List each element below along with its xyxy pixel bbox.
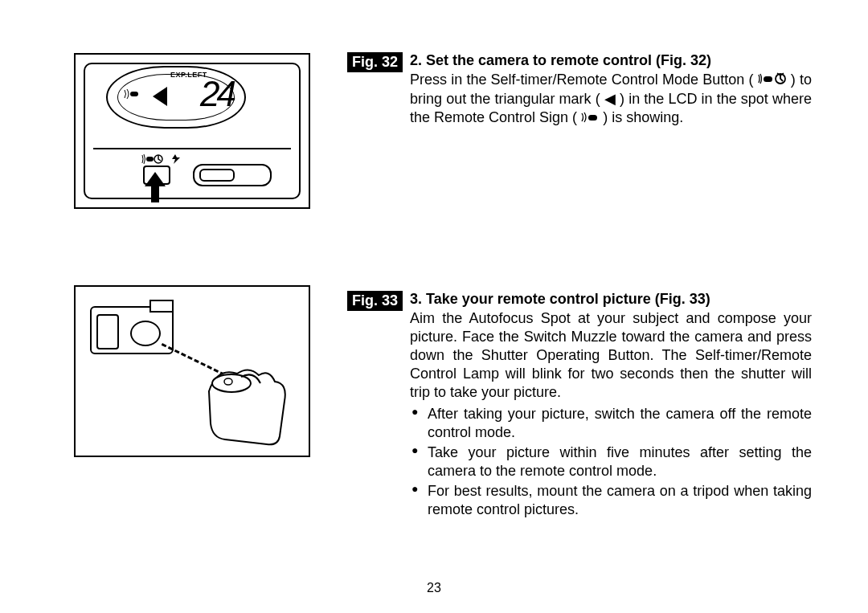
svg-rect-5 bbox=[588, 115, 597, 121]
step-3-text-block: 3. Take your remote control picture (Fig… bbox=[410, 291, 812, 521]
step-3-body: Aim the Autofocus Spot at your subject a… bbox=[410, 309, 812, 402]
remote-sign-icon bbox=[581, 109, 599, 128]
figure-33-label: Fig. 33 bbox=[347, 291, 403, 311]
step-2-text-block: 2. Set the camera to remote control (Fig… bbox=[410, 52, 812, 128]
page-number: 23 bbox=[0, 581, 868, 595]
hand-remote-icon bbox=[201, 359, 297, 447]
step-2-title: 2. Set the camera to remote control (Fig… bbox=[410, 52, 812, 69]
list-item: Take your picture within five minutes af… bbox=[410, 443, 812, 480]
remote-timer-icon bbox=[758, 72, 787, 90]
step-2-body-part3: ) is showing. bbox=[603, 109, 683, 125]
svg-rect-1 bbox=[146, 157, 154, 161]
figure-32-label: Fig. 32 bbox=[347, 52, 403, 72]
camera-icon bbox=[90, 306, 174, 354]
step-2-body-part1: Press in the Self-timer/Remote Control M… bbox=[410, 72, 753, 88]
list-item: After taking your picture, switch the ca… bbox=[410, 405, 812, 442]
step-3-title: 3. Take your remote control picture (Fig… bbox=[410, 291, 812, 308]
step-2-body: Press in the Self-timer/Remote Control M… bbox=[410, 71, 812, 128]
list-item: For best results, mount the camera on a … bbox=[410, 482, 812, 519]
lcd-frame-number: 24 bbox=[200, 74, 233, 114]
svg-point-7 bbox=[224, 378, 232, 385]
manual-page: EXP.LEFT 24 bbox=[0, 0, 868, 613]
triangle-mark-icon bbox=[153, 87, 167, 106]
svg-rect-0 bbox=[130, 92, 138, 96]
figure-32-illustration: EXP.LEFT 24 bbox=[74, 53, 310, 209]
remote-icon bbox=[124, 88, 140, 101]
figure-33-illustration bbox=[74, 285, 310, 457]
svg-rect-3 bbox=[764, 76, 772, 82]
switch-slot bbox=[193, 164, 272, 186]
step-3-bullet-list: After taking your picture, switch the ca… bbox=[410, 405, 812, 519]
press-arrow-icon bbox=[145, 172, 166, 202]
